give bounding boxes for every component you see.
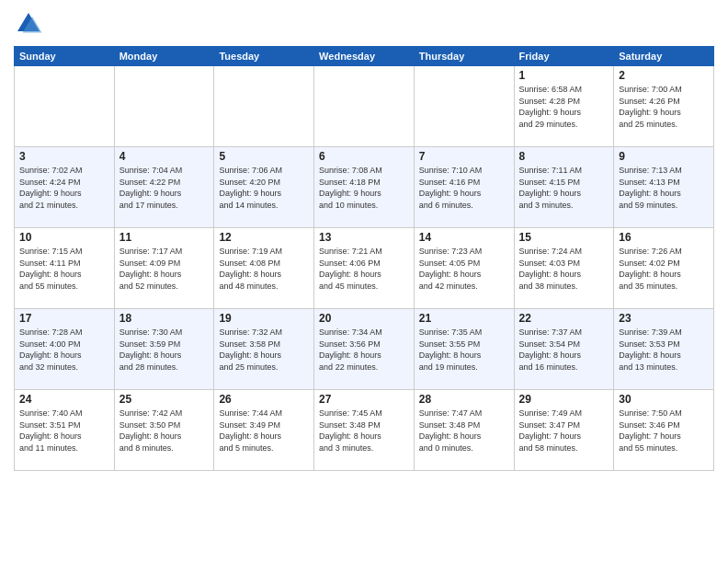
- calendar-cell: 17Sunrise: 7:28 AM Sunset: 4:00 PM Dayli…: [15, 309, 115, 390]
- calendar-cell: 28Sunrise: 7:47 AM Sunset: 3:48 PM Dayli…: [414, 390, 514, 471]
- day-number: 21: [419, 312, 509, 325]
- calendar-cell: 25Sunrise: 7:42 AM Sunset: 3:50 PM Dayli…: [114, 390, 214, 471]
- calendar-cell: 30Sunrise: 7:50 AM Sunset: 3:46 PM Dayli…: [614, 390, 714, 471]
- weekday-header: Saturday: [614, 47, 714, 66]
- day-number: 6: [319, 150, 409, 163]
- day-number: 14: [419, 231, 509, 244]
- calendar-cell: 3Sunrise: 7:02 AM Sunset: 4:24 PM Daylig…: [15, 147, 115, 228]
- calendar-week: 3Sunrise: 7:02 AM Sunset: 4:24 PM Daylig…: [15, 147, 714, 228]
- day-info: Sunrise: 7:45 AM Sunset: 3:48 PM Dayligh…: [319, 408, 409, 454]
- day-info: Sunrise: 7:28 AM Sunset: 4:00 PM Dayligh…: [19, 327, 109, 373]
- day-number: 18: [119, 312, 210, 325]
- day-info: Sunrise: 7:17 AM Sunset: 4:09 PM Dayligh…: [119, 246, 210, 292]
- page: SundayMondayTuesdayWednesdayThursdayFrid…: [0, 0, 728, 563]
- day-info: Sunrise: 7:47 AM Sunset: 3:48 PM Dayligh…: [419, 408, 509, 454]
- calendar-cell: 9Sunrise: 7:13 AM Sunset: 4:13 PM Daylig…: [614, 147, 714, 228]
- day-info: Sunrise: 7:50 AM Sunset: 3:46 PM Dayligh…: [619, 408, 709, 454]
- calendar-cell: 1Sunrise: 6:58 AM Sunset: 4:28 PM Daylig…: [514, 66, 614, 147]
- day-number: 25: [119, 393, 210, 406]
- day-info: Sunrise: 7:35 AM Sunset: 3:55 PM Dayligh…: [419, 327, 509, 373]
- day-info: Sunrise: 7:21 AM Sunset: 4:06 PM Dayligh…: [319, 246, 409, 292]
- day-info: Sunrise: 7:32 AM Sunset: 3:58 PM Dayligh…: [219, 327, 309, 373]
- weekday-header: Wednesday: [314, 47, 415, 66]
- day-number: 13: [319, 231, 409, 244]
- day-number: 5: [219, 150, 309, 163]
- day-info: Sunrise: 7:30 AM Sunset: 3:59 PM Dayligh…: [119, 327, 210, 373]
- calendar-cell: 26Sunrise: 7:44 AM Sunset: 3:49 PM Dayli…: [214, 390, 314, 471]
- day-info: Sunrise: 7:13 AM Sunset: 4:13 PM Dayligh…: [619, 165, 709, 211]
- day-number: 3: [19, 150, 109, 163]
- day-number: 11: [119, 231, 210, 244]
- calendar-cell: 27Sunrise: 7:45 AM Sunset: 3:48 PM Dayli…: [314, 390, 415, 471]
- day-info: Sunrise: 7:37 AM Sunset: 3:54 PM Dayligh…: [519, 327, 609, 373]
- calendar-cell: 19Sunrise: 7:32 AM Sunset: 3:58 PM Dayli…: [214, 309, 314, 390]
- calendar-cell: 24Sunrise: 7:40 AM Sunset: 3:51 PM Dayli…: [15, 390, 115, 471]
- calendar-week: 24Sunrise: 7:40 AM Sunset: 3:51 PM Dayli…: [15, 390, 714, 471]
- day-number: 9: [619, 150, 709, 163]
- day-info: Sunrise: 7:42 AM Sunset: 3:50 PM Dayligh…: [119, 408, 210, 454]
- day-number: 10: [19, 231, 109, 244]
- day-info: Sunrise: 7:19 AM Sunset: 4:08 PM Dayligh…: [219, 246, 309, 292]
- calendar-cell: 5Sunrise: 7:06 AM Sunset: 4:20 PM Daylig…: [214, 147, 314, 228]
- day-number: 2: [619, 69, 709, 82]
- calendar: SundayMondayTuesdayWednesdayThursdayFrid…: [14, 46, 714, 471]
- calendar-cell: 18Sunrise: 7:30 AM Sunset: 3:59 PM Dayli…: [114, 309, 214, 390]
- day-info: Sunrise: 7:49 AM Sunset: 3:47 PM Dayligh…: [519, 408, 609, 454]
- calendar-cell: 15Sunrise: 7:24 AM Sunset: 4:03 PM Dayli…: [514, 228, 614, 309]
- calendar-cell: 13Sunrise: 7:21 AM Sunset: 4:06 PM Dayli…: [314, 228, 415, 309]
- day-info: Sunrise: 7:08 AM Sunset: 4:18 PM Dayligh…: [319, 165, 409, 211]
- calendar-cell: [214, 66, 314, 147]
- calendar-cell: 20Sunrise: 7:34 AM Sunset: 3:56 PM Dayli…: [314, 309, 415, 390]
- day-info: Sunrise: 7:44 AM Sunset: 3:49 PM Dayligh…: [219, 408, 309, 454]
- day-number: 30: [619, 393, 709, 406]
- calendar-cell: 2Sunrise: 7:00 AM Sunset: 4:26 PM Daylig…: [614, 66, 714, 147]
- day-number: 4: [119, 150, 210, 163]
- calendar-cell: 8Sunrise: 7:11 AM Sunset: 4:15 PM Daylig…: [514, 147, 614, 228]
- calendar-cell: 14Sunrise: 7:23 AM Sunset: 4:05 PM Dayli…: [414, 228, 514, 309]
- day-number: 12: [219, 231, 309, 244]
- day-info: Sunrise: 7:39 AM Sunset: 3:53 PM Dayligh…: [619, 327, 709, 373]
- calendar-cell: 10Sunrise: 7:15 AM Sunset: 4:11 PM Dayli…: [15, 228, 115, 309]
- day-number: 28: [419, 393, 509, 406]
- day-info: Sunrise: 6:58 AM Sunset: 4:28 PM Dayligh…: [519, 84, 609, 130]
- calendar-cell: 7Sunrise: 7:10 AM Sunset: 4:16 PM Daylig…: [414, 147, 514, 228]
- day-number: 24: [19, 393, 109, 406]
- day-info: Sunrise: 7:34 AM Sunset: 3:56 PM Dayligh…: [319, 327, 409, 373]
- calendar-cell: [15, 66, 115, 147]
- day-number: 8: [519, 150, 609, 163]
- weekday-header-row: SundayMondayTuesdayWednesdayThursdayFrid…: [15, 47, 714, 66]
- day-number: 7: [419, 150, 509, 163]
- calendar-cell: 23Sunrise: 7:39 AM Sunset: 3:53 PM Dayli…: [614, 309, 714, 390]
- calendar-cell: 6Sunrise: 7:08 AM Sunset: 4:18 PM Daylig…: [314, 147, 415, 228]
- calendar-cell: 29Sunrise: 7:49 AM Sunset: 3:47 PM Dayli…: [514, 390, 614, 471]
- day-info: Sunrise: 7:06 AM Sunset: 4:20 PM Dayligh…: [219, 165, 309, 211]
- day-number: 17: [19, 312, 109, 325]
- calendar-cell: 21Sunrise: 7:35 AM Sunset: 3:55 PM Dayli…: [414, 309, 514, 390]
- day-info: Sunrise: 7:10 AM Sunset: 4:16 PM Dayligh…: [419, 165, 509, 211]
- weekday-header: Sunday: [15, 47, 115, 66]
- day-number: 1: [519, 69, 609, 82]
- day-number: 23: [619, 312, 709, 325]
- calendar-week: 1Sunrise: 6:58 AM Sunset: 4:28 PM Daylig…: [15, 66, 714, 147]
- calendar-cell: [414, 66, 514, 147]
- day-info: Sunrise: 7:24 AM Sunset: 4:03 PM Dayligh…: [519, 246, 609, 292]
- day-info: Sunrise: 7:04 AM Sunset: 4:22 PM Dayligh…: [119, 165, 210, 211]
- day-info: Sunrise: 7:23 AM Sunset: 4:05 PM Dayligh…: [419, 246, 509, 292]
- day-number: 27: [319, 393, 409, 406]
- day-number: 15: [519, 231, 609, 244]
- calendar-week: 17Sunrise: 7:28 AM Sunset: 4:00 PM Dayli…: [15, 309, 714, 390]
- logo-icon: [14, 9, 43, 39]
- day-info: Sunrise: 7:11 AM Sunset: 4:15 PM Dayligh…: [519, 165, 609, 211]
- weekday-header: Monday: [114, 47, 214, 66]
- calendar-cell: [114, 66, 214, 147]
- logo: [14, 9, 47, 39]
- day-info: Sunrise: 7:40 AM Sunset: 3:51 PM Dayligh…: [19, 408, 109, 454]
- day-number: 22: [519, 312, 609, 325]
- weekday-header: Tuesday: [214, 47, 314, 66]
- calendar-cell: 12Sunrise: 7:19 AM Sunset: 4:08 PM Dayli…: [214, 228, 314, 309]
- day-number: 29: [519, 393, 609, 406]
- day-number: 19: [219, 312, 309, 325]
- day-info: Sunrise: 7:26 AM Sunset: 4:02 PM Dayligh…: [619, 246, 709, 292]
- calendar-cell: 4Sunrise: 7:04 AM Sunset: 4:22 PM Daylig…: [114, 147, 214, 228]
- weekday-header: Friday: [514, 47, 614, 66]
